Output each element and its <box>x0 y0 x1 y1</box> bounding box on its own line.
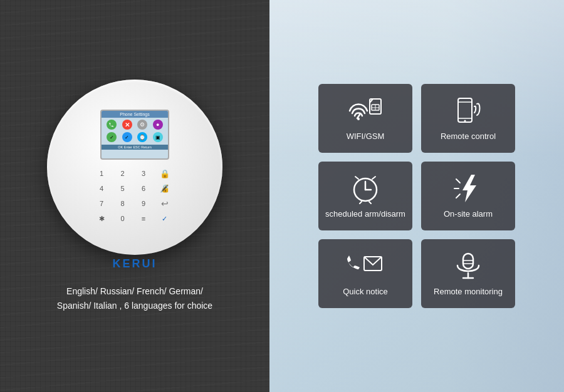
feature-remote-monitoring: Remote monitoring <box>421 239 515 308</box>
svg-line-19 <box>456 194 460 198</box>
remote-monitoring-icon-wrap <box>452 250 484 282</box>
scheduled-arm-label: scheduled arm/disarm <box>325 209 405 220</box>
quick-notice-label: Quick notice <box>343 287 388 297</box>
key-5[interactable]: 5 <box>115 182 130 195</box>
lcd-title: Phone Settings <box>102 111 168 118</box>
clock-alarm-icon <box>348 173 383 204</box>
left-panel: Phone Settings ✕ ⚙ ● ✓ ✓ ⌚ ▣ OK Enter ES… <box>0 0 269 392</box>
key-0[interactable]: 0 <box>115 212 130 225</box>
feature-remote-control: Remote control <box>421 84 515 153</box>
key-menu[interactable]: ≡ <box>136 212 151 225</box>
scheduled-icon-wrap <box>348 173 383 204</box>
lcd-screen: Phone Settings ✕ ⚙ ● ✓ ✓ ⌚ ▣ OK Enter ES… <box>100 110 169 160</box>
language-description: English/ Russian/ French/ German/ Spanis… <box>44 284 225 312</box>
key-9[interactable]: 9 <box>136 197 151 210</box>
lcd-icon-check: ✓ <box>122 132 132 142</box>
lcd-icon-phone <box>107 120 117 130</box>
lightning-icon <box>451 173 486 204</box>
wifi-gsm-label: WIFI/GSM <box>347 132 385 142</box>
key-partial-lock[interactable]: 🔏 <box>157 182 172 195</box>
key-1[interactable]: 1 <box>94 167 109 180</box>
svg-point-0 <box>357 118 360 120</box>
lcd-icon-gear: ⚙ <box>137 120 147 130</box>
svg-line-12 <box>355 177 358 179</box>
lcd-icons-row2: ✓ ✓ ⌚ ▣ <box>102 131 168 143</box>
lcd-icons-row1: ✕ ⚙ ● <box>102 118 168 131</box>
right-panel: WIFI/GSM Remote control <box>269 0 564 392</box>
remote-monitoring-label: Remote monitoring <box>434 287 503 297</box>
wifi-sim-icon <box>343 96 387 125</box>
remote-control-label: Remote control <box>441 132 496 142</box>
lcd-icon-wifi: ⌚ <box>137 132 147 142</box>
key-lock[interactable]: 🔒 <box>157 167 172 180</box>
svg-line-13 <box>372 177 375 179</box>
remote-control-icon-wrap <box>449 95 487 126</box>
lcd-icon-monitor: ▣ <box>153 132 163 142</box>
quick-notice-icon-wrap <box>343 250 387 282</box>
lcd-icon-circle: ● <box>153 120 163 130</box>
key-3[interactable]: 3 <box>136 167 151 180</box>
svg-line-15 <box>369 202 371 204</box>
key-7[interactable]: 7 <box>94 197 109 210</box>
feature-grid: WIFI/GSM Remote control <box>318 84 515 308</box>
key-6[interactable]: 6 <box>136 182 151 195</box>
wifi-gsm-icon-wrap <box>343 95 387 126</box>
feature-onsite-alarm: On-site alarm <box>421 162 515 230</box>
phone-email-icon <box>343 252 387 280</box>
key-2[interactable]: 2 <box>115 167 130 180</box>
svg-line-14 <box>360 202 362 204</box>
feature-quick-notice: Quick notice <box>318 239 412 308</box>
key-check[interactable]: ✓ <box>157 212 172 225</box>
device: Phone Settings ✕ ⚙ ● ✓ ✓ ⌚ ▣ OK Enter ES… <box>47 80 222 255</box>
feature-scheduled-arm: scheduled arm/disarm <box>318 162 412 230</box>
feature-wifi-gsm: WIFI/GSM <box>318 84 412 153</box>
lcd-icon-x: ✕ <box>122 120 132 130</box>
svg-line-17 <box>456 179 460 183</box>
onsite-alarm-label: On-site alarm <box>444 209 493 220</box>
key-star[interactable]: ✱ <box>94 212 109 225</box>
key-8[interactable]: 8 <box>115 197 130 210</box>
key-4[interactable]: 4 <box>94 182 109 195</box>
lcd-icon-green2: ✓ <box>107 132 117 142</box>
microphone-icon <box>452 250 484 282</box>
key-return[interactable]: ↩ <box>157 197 172 210</box>
lcd-bottom-bar: OK Enter ESC Return <box>102 145 168 150</box>
svg-marker-16 <box>462 175 476 202</box>
keypad: 1 2 3 🔒 4 5 6 🔏 7 8 9 ↩ ✱ 0 ≡ ✓ <box>94 167 175 225</box>
onsite-alarm-icon-wrap <box>451 173 486 204</box>
brand-logo: KERUI <box>112 257 157 271</box>
phone-signal-icon <box>449 95 487 126</box>
svg-rect-21 <box>463 254 473 269</box>
svg-point-8 <box>464 120 466 121</box>
